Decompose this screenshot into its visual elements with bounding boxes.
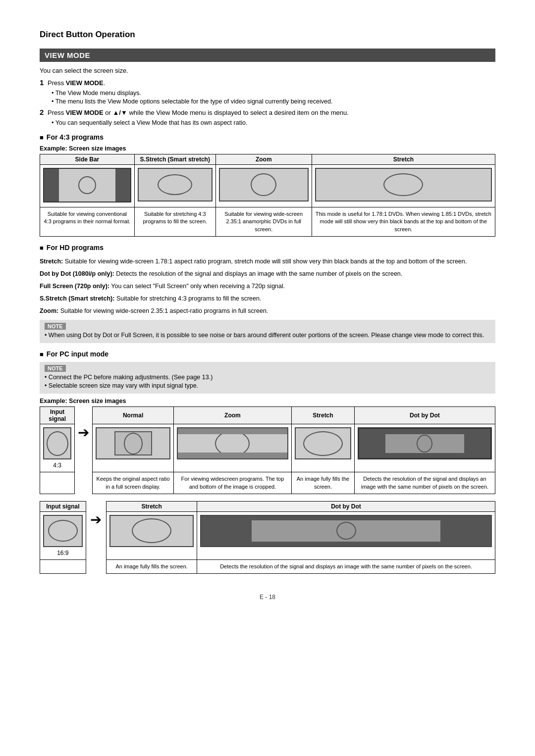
th-pc2-input: Input signal — [40, 501, 86, 511]
caption-pc1-dotbydot: Detects the resolution of the signal and… — [361, 476, 488, 489]
caption-stretch: This mode is useful for 1.78:1 DVDs. Whe… — [316, 211, 491, 232]
td-stretch-diagram — [312, 165, 495, 207]
hd-stretch-text: Stretch: Suitable for viewing wide-scree… — [40, 256, 495, 266]
step2-num: 2 — [40, 108, 44, 116]
screen-pc2-dotbydot — [200, 515, 492, 547]
td-pc1-stretch-caption: An image fully fills the screen. — [292, 472, 355, 494]
oval-pc2-dotbydot — [336, 522, 356, 540]
page-title: Direct Button Operation — [40, 30, 495, 40]
th-stretch: Stretch — [312, 154, 495, 165]
arrow-pc1: ➔ — [75, 424, 93, 472]
note-hd-text: • When using Dot by Dot or Full Screen, … — [45, 332, 490, 339]
td-sstretch-diagram — [134, 165, 215, 207]
pc1-caption-row: Keeps the original aspect ratio in a ful… — [40, 472, 495, 494]
hd-dotbydot-text: Dot by Dot (1080i/p only): Detects the r… — [40, 269, 495, 279]
td-pc1-input-diagram: 4:3 — [40, 424, 75, 472]
sidebar-right — [115, 169, 130, 202]
th-pc2-dotbydot: Dot by Dot — [197, 501, 495, 511]
th-sidebar: Side Bar — [40, 154, 135, 165]
td-pc2-stretch-diagram — [107, 511, 197, 559]
table-row-captions: Suitable for viewing conventional 4:3 pr… — [40, 207, 495, 237]
td-sstretch-caption: Suitable for stretching 4:3 programs to … — [134, 207, 215, 237]
arrow-pc2: ➔ — [86, 511, 107, 559]
page-footer: E - 18 — [40, 594, 495, 601]
td-pc2-arrow-empty — [86, 559, 107, 573]
caption-pc2-stretch: An image fully fills the screen. — [115, 563, 188, 569]
td-pc2-stretch-caption: An image fully fills the screen. — [107, 559, 197, 573]
caption-pc2-dotbydot: Detects the resolution of the signal and… — [220, 563, 472, 569]
pc1-signal-label: 4:3 — [43, 462, 71, 469]
example-pc-label: Example: Screen size images — [40, 398, 495, 404]
td-pc1-normal-diagram — [93, 424, 173, 472]
table-pc1: Input signal Normal Zoom Stretch Dot by … — [40, 406, 495, 494]
th-pc1-input: Input signal — [40, 407, 75, 424]
table-pc2: Input signal Stretch Dot by Dot 16:9 ➔ — [40, 501, 495, 574]
hd-sstretch-text: S.Stretch (Smart stretch): Suitable for … — [40, 294, 495, 303]
screen-sidebar — [43, 168, 131, 202]
note-pc: NOTE • Connect the PC before making adju… — [40, 362, 495, 394]
th-pc2-stretch: Stretch — [107, 501, 197, 511]
th-sstretch: S.Stretch (Smart stretch) — [134, 154, 215, 165]
caption-sidebar: Suitable for viewing conventional 4:3 pr… — [44, 211, 130, 224]
td-pc1-normal-caption: Keeps the original aspect ratio in a ful… — [93, 472, 173, 494]
td-zoom-caption: Suitable for viewing wide-screen 2.35:1 … — [215, 207, 312, 237]
caption-pc1-zoom: For viewing widescreen programs. The top… — [181, 476, 284, 489]
screen-zoom — [219, 168, 309, 202]
normal-inner — [114, 431, 152, 455]
th-pc1-stretch: Stretch — [292, 407, 355, 424]
td-pc1-zoom-diagram — [173, 424, 291, 472]
oval-zoom — [251, 173, 276, 196]
caption-zoom: Suitable for viewing wide-screen 2.35:1 … — [224, 211, 303, 232]
screen-pc1-normal — [96, 427, 170, 459]
note-hd: NOTE • When using Dot by Dot or Full Scr… — [40, 320, 495, 343]
td-pc2-dotbydot-diagram — [197, 511, 495, 559]
oval-pc1-dotbydot — [417, 435, 432, 453]
screen-pc1-zoom — [177, 427, 288, 459]
pc2-caption-row: An image fully fills the screen. Detects… — [40, 559, 495, 573]
th-pc1-arrow — [75, 407, 93, 424]
for-hd-title: For HD programs — [40, 244, 495, 252]
screen-pc1-dotbydot — [358, 427, 492, 459]
note-pc-bullet1: • Connect the PC before making adjustmen… — [45, 374, 490, 381]
table-43: Side Bar S.Stretch (Smart stretch) Zoom … — [40, 154, 495, 237]
step1-bullet2: • The menu lists the View Mode options s… — [52, 98, 495, 105]
td-pc1-stretch-diagram — [292, 424, 355, 472]
sidebar-left — [44, 169, 59, 202]
screen-pc1-stretch — [295, 427, 351, 459]
oval-pc2-input — [48, 520, 78, 542]
example43-label: Example: Screen size images — [40, 145, 495, 152]
hd-descriptions: Stretch: Suitable for viewing wide-scree… — [40, 256, 495, 316]
th-zoom: Zoom — [215, 154, 312, 165]
pc2-signal-label: 16:9 — [43, 550, 83, 556]
caption-sstretch: Suitable for stretching 4:3 programs to … — [143, 211, 207, 224]
screen-pc1-input — [43, 427, 71, 459]
oval-sidebar — [78, 176, 96, 194]
td-pc2-input-diagram: 16:9 — [40, 511, 86, 559]
td-pc2-input-empty — [40, 559, 86, 573]
td-pc1-dotbydot-caption: Detects the resolution of the signal and… — [354, 472, 495, 494]
th-pc2-arrow — [86, 501, 107, 511]
intro-text: You can select the screen size. — [40, 67, 495, 74]
th-pc1-normal: Normal — [93, 407, 173, 424]
th-pc1-zoom: Zoom — [173, 407, 291, 424]
td-pc1-arrow-empty — [75, 472, 93, 494]
td-zoom-diagram — [215, 165, 312, 207]
crop-top — [178, 428, 287, 434]
td-stretch-caption: This mode is useful for 1.78:1 DVDs. Whe… — [312, 207, 495, 237]
td-sidebar-diagram — [40, 165, 135, 207]
oval-pc1-stretch — [303, 431, 343, 456]
screen-sstretch — [138, 168, 213, 202]
oval-pc1-input — [47, 431, 68, 456]
td-pc1-zoom-caption: For viewing widescreen programs. The top… — [173, 472, 291, 494]
for-pc-title: For PC input mode — [40, 350, 495, 358]
section-header-view-mode: VIEW MODE — [40, 49, 495, 62]
caption-pc1-stretch: An image fully fills the screen. — [297, 476, 349, 489]
oval-stretch — [383, 173, 423, 196]
screen-pc2-input — [43, 515, 83, 547]
td-pc2-dotbydot-caption: Detects the resolution of the signal and… — [197, 559, 495, 573]
table-row-diagrams — [40, 165, 495, 207]
td-sidebar-caption: Suitable for viewing conventional 4:3 pr… — [40, 207, 135, 237]
note-pc-label: NOTE — [45, 365, 66, 372]
td-pc1-input-empty — [40, 472, 75, 494]
oval-pc1-normal — [124, 433, 143, 454]
